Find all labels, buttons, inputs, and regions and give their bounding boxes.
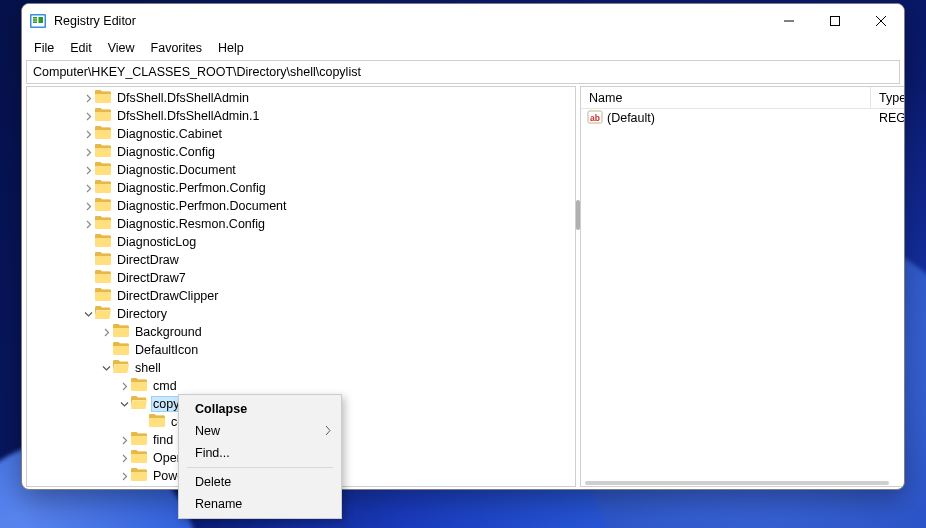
- tree-item[interactable]: DirectDraw7: [27, 269, 575, 287]
- chevron-right-icon[interactable]: [117, 469, 131, 483]
- tree-item[interactable]: Background: [27, 323, 575, 341]
- tree-item[interactable]: Diagnostic.Config: [27, 143, 575, 161]
- tree-item[interactable]: DirectDrawClipper: [27, 287, 575, 305]
- chevron-right-icon[interactable]: [81, 199, 95, 213]
- tree-item-label: DfsShell.DfsShellAdmin.1: [115, 109, 261, 123]
- chevron-right-icon[interactable]: [81, 181, 95, 195]
- tree-item[interactable]: DfsShell.DfsShellAdmin: [27, 89, 575, 107]
- tree-item[interactable]: shell: [27, 359, 575, 377]
- pane-splitter[interactable]: [576, 84, 580, 489]
- chevron-right-icon[interactable]: [117, 451, 131, 465]
- ctx-delete[interactable]: Delete: [181, 471, 339, 493]
- tree-item[interactable]: Diagnostic.Cabinet: [27, 125, 575, 143]
- tree-item-label: Directory: [115, 307, 169, 321]
- value-name: (Default): [607, 111, 655, 125]
- chevron-right-icon[interactable]: [81, 127, 95, 141]
- folder-icon: [131, 450, 151, 466]
- menu-edit[interactable]: Edit: [62, 39, 100, 57]
- tree-item[interactable]: Diagnostic.Resmon.Config: [27, 215, 575, 233]
- folder-icon: [95, 108, 115, 124]
- menu-favorites[interactable]: Favorites: [143, 39, 210, 57]
- minimize-button[interactable]: [766, 4, 812, 37]
- tree-item-label: cmd: [151, 379, 179, 393]
- folder-icon: [95, 162, 115, 178]
- tree-item-label: DirectDraw7: [115, 271, 188, 285]
- tree-item[interactable]: Directory: [27, 305, 575, 323]
- chevron-right-icon[interactable]: [81, 91, 95, 105]
- folder-icon: [113, 360, 133, 376]
- titlebar[interactable]: Registry Editor: [22, 4, 904, 37]
- col-header-type[interactable]: Type: [871, 87, 905, 108]
- svg-rect-4: [33, 21, 37, 23]
- menu-view[interactable]: View: [100, 39, 143, 57]
- folder-icon: [113, 324, 133, 340]
- folder-icon: [95, 126, 115, 142]
- tree-item-label: Diagnostic.Perfmon.Document: [115, 199, 289, 213]
- chevron-down-icon[interactable]: [81, 307, 95, 321]
- close-button[interactable]: [858, 4, 904, 37]
- value-row[interactable]: ab(Default)REG: [581, 109, 905, 127]
- folder-icon: [131, 432, 151, 448]
- tree-item[interactable]: DfsShell.DfsShellAdmin.1: [27, 107, 575, 125]
- tree-item[interactable]: Diagnostic.Perfmon.Config: [27, 179, 575, 197]
- address-input[interactable]: [27, 65, 899, 79]
- menu-file[interactable]: File: [26, 39, 62, 57]
- chevron-down-icon[interactable]: [117, 397, 131, 411]
- folder-icon: [95, 288, 115, 304]
- tree-item-label: find: [151, 433, 175, 447]
- folder-icon: [95, 234, 115, 250]
- tree-item-label: DfsShell.DfsShellAdmin: [115, 91, 251, 105]
- context-menu: Collapse New Find... Delete Rename: [178, 394, 342, 519]
- folder-icon: [131, 468, 151, 484]
- tree-item-label: Diagnostic.Config: [115, 145, 217, 159]
- menu-help[interactable]: Help: [210, 39, 252, 57]
- tree-item[interactable]: cmd: [27, 377, 575, 395]
- svg-rect-3: [33, 19, 37, 21]
- tree-item[interactable]: DefaultIcon: [27, 341, 575, 359]
- chevron-down-icon[interactable]: [99, 361, 113, 375]
- chevron-right-icon[interactable]: [99, 325, 113, 339]
- folder-icon: [95, 180, 115, 196]
- folder-icon: [131, 378, 151, 394]
- ctx-rename[interactable]: Rename: [181, 493, 339, 515]
- tree-item[interactable]: DiagnosticLog: [27, 233, 575, 251]
- folder-icon: [131, 486, 151, 487]
- regedit-icon: [30, 13, 46, 29]
- maximize-button[interactable]: [812, 4, 858, 37]
- value-type: REG: [871, 111, 905, 125]
- tree-item-label: Diagnostic.Resmon.Config: [115, 217, 267, 231]
- svg-rect-2: [33, 17, 37, 19]
- folder-icon: [149, 414, 169, 430]
- tree-item[interactable]: Diagnostic.Document: [27, 161, 575, 179]
- tree-item-label: Diagnostic.Document: [115, 163, 238, 177]
- tree-item-label: Diagnostic.Cabinet: [115, 127, 224, 141]
- folder-icon: [95, 270, 115, 286]
- tree-item-label: Background: [133, 325, 204, 339]
- chevron-right-icon[interactable]: [117, 433, 131, 447]
- ctx-separator: [187, 467, 333, 468]
- col-header-name[interactable]: Name: [581, 87, 871, 108]
- folder-icon: [95, 306, 115, 322]
- tree-item[interactable]: DirectDraw: [27, 251, 575, 269]
- horizontal-scrollbar[interactable]: [585, 481, 889, 485]
- string-value-icon: ab: [587, 109, 607, 128]
- address-bar: [26, 60, 900, 84]
- chevron-right-icon[interactable]: [81, 217, 95, 231]
- window-title: Registry Editor: [54, 14, 136, 28]
- folder-icon: [95, 252, 115, 268]
- folder-icon: [95, 198, 115, 214]
- chevron-right-icon[interactable]: [81, 145, 95, 159]
- chevron-right-icon[interactable]: [81, 163, 95, 177]
- chevron-right-icon: [325, 424, 331, 438]
- tree-item-label: DirectDraw: [115, 253, 181, 267]
- ctx-new[interactable]: New: [181, 420, 339, 442]
- svg-text:ab: ab: [590, 112, 600, 122]
- folder-icon: [95, 216, 115, 232]
- ctx-find[interactable]: Find...: [181, 442, 339, 464]
- chevron-right-icon[interactable]: [81, 109, 95, 123]
- svg-rect-5: [39, 17, 44, 23]
- chevron-right-icon[interactable]: [117, 379, 131, 393]
- ctx-collapse[interactable]: Collapse: [181, 398, 339, 420]
- tree-item[interactable]: Diagnostic.Perfmon.Document: [27, 197, 575, 215]
- values-pane[interactable]: Name Type ab(Default)REG: [580, 86, 905, 487]
